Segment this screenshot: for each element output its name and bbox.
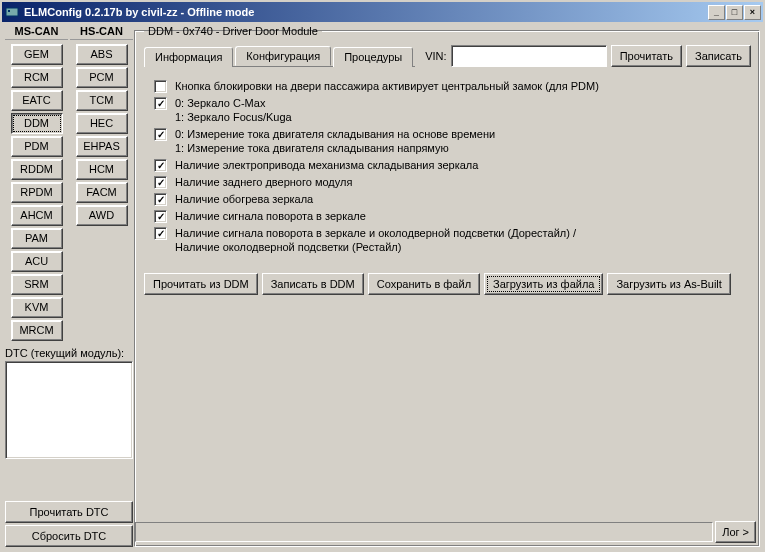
vin-input[interactable] xyxy=(451,45,607,67)
close-button[interactable]: × xyxy=(744,5,761,20)
module-rddm[interactable]: RDDM xyxy=(11,159,63,180)
module-rcm[interactable]: RCM xyxy=(11,67,63,88)
module-awd[interactable]: AWD xyxy=(76,205,128,226)
dtc-label: DTC (текущий модуль): xyxy=(5,347,133,359)
vin-read-button[interactable]: Прочитать xyxy=(611,45,682,67)
module-mrcm[interactable]: MRCM xyxy=(11,320,63,341)
module-pam[interactable]: PAM xyxy=(11,228,63,249)
module-eatc[interactable]: EATC xyxy=(11,90,63,111)
read-dtc-button[interactable]: Прочитать DTC xyxy=(5,501,133,523)
tab-procedures[interactable]: Процедуры xyxy=(333,47,413,67)
module-kvm[interactable]: KVM xyxy=(11,297,63,318)
save-to-file-button[interactable]: Сохранить в файл xyxy=(368,273,480,295)
status-bar xyxy=(135,522,713,542)
module-pcm[interactable]: PCM xyxy=(76,67,128,88)
option-label-2: 0: Измерение тока двигателя складывания … xyxy=(175,127,495,155)
module-acu[interactable]: ACU xyxy=(11,251,63,272)
option-label-4: Наличие заднего дверного модуля xyxy=(175,175,352,189)
module-srm[interactable]: SRM xyxy=(11,274,63,295)
config-tabs: Информация Конфигурация Процедуры xyxy=(144,46,415,67)
option-checkbox-6[interactable] xyxy=(154,210,167,223)
svg-rect-0 xyxy=(6,8,18,16)
option-label-1: 0: Зеркало C-Max 1: Зеркало Focus/Kuga xyxy=(175,96,292,124)
vin-label: VIN: xyxy=(425,50,446,62)
module-pdm[interactable]: PDM xyxy=(11,136,63,157)
option-label-5: Наличие обогрева зеркала xyxy=(175,192,313,206)
hscan-column: HS-CAN ABSPCMTCMHECEHPASHCMFACMAWD xyxy=(70,25,133,341)
read-from-module-button[interactable]: Прочитать из DDM xyxy=(144,273,258,295)
vin-write-button[interactable]: Записать xyxy=(686,45,751,67)
load-from-file-button[interactable]: Загрузить из файла xyxy=(484,273,603,295)
option-label-6: Наличие сигнала поворота в зеркале xyxy=(175,209,366,223)
module-rpdm[interactable]: RPDM xyxy=(11,182,63,203)
module-facm[interactable]: FACM xyxy=(76,182,128,203)
load-from-asbuilt-button[interactable]: Загрузить из As-Built xyxy=(607,273,730,295)
mscan-column: MS-CAN GEMRCMEATCDDMPDMRDDMRPDMAHCMPAMAC… xyxy=(5,25,68,341)
module-legend: DDM - 0x740 - Driver Door Module xyxy=(144,25,322,37)
option-checkbox-3[interactable] xyxy=(154,159,167,172)
module-tcm[interactable]: TCM xyxy=(76,90,128,111)
module-ehpas[interactable]: EHPAS xyxy=(76,136,128,157)
maximize-button[interactable]: □ xyxy=(726,5,743,20)
option-checkbox-4[interactable] xyxy=(154,176,167,189)
option-checkbox-0[interactable] xyxy=(154,80,167,93)
app-icon xyxy=(4,4,20,20)
config-options: Кнопка блокировки на двери пассажира акт… xyxy=(144,75,751,261)
module-ahcm[interactable]: AHCM xyxy=(11,205,63,226)
module-groupbox: DDM - 0x740 - Driver Door Module Информа… xyxy=(135,25,760,547)
module-gem[interactable]: GEM xyxy=(11,44,63,65)
module-hec[interactable]: HEC xyxy=(76,113,128,134)
log-button[interactable]: Лог > xyxy=(715,521,756,543)
minimize-button[interactable]: _ xyxy=(708,5,725,20)
write-to-module-button[interactable]: Записать в DDM xyxy=(262,273,364,295)
mscan-header: MS-CAN xyxy=(5,25,68,40)
window-title: ELMConfig 0.2.17b by civil-zz - Offline … xyxy=(24,6,707,18)
option-label-0: Кнопка блокировки на двери пассажира акт… xyxy=(175,79,599,93)
svg-rect-1 xyxy=(8,10,10,12)
module-ddm[interactable]: DDM xyxy=(11,113,63,134)
option-label-7: Наличие сигнала поворота в зеркале и око… xyxy=(175,226,576,254)
option-checkbox-1[interactable] xyxy=(154,97,167,110)
option-checkbox-2[interactable] xyxy=(154,128,167,141)
hscan-header: HS-CAN xyxy=(70,25,133,40)
option-checkbox-7[interactable] xyxy=(154,227,167,240)
module-abs[interactable]: ABS xyxy=(76,44,128,65)
clear-dtc-button[interactable]: Сбросить DTC xyxy=(5,525,133,547)
option-checkbox-5[interactable] xyxy=(154,193,167,206)
titlebar: ELMConfig 0.2.17b by civil-zz - Offline … xyxy=(2,2,763,22)
option-label-3: Наличие электропривода механизма складыв… xyxy=(175,158,478,172)
tab-info[interactable]: Информация xyxy=(144,47,233,67)
module-hcm[interactable]: HCM xyxy=(76,159,128,180)
dtc-listbox[interactable] xyxy=(5,361,133,459)
tab-config[interactable]: Конфигурация xyxy=(235,46,331,66)
